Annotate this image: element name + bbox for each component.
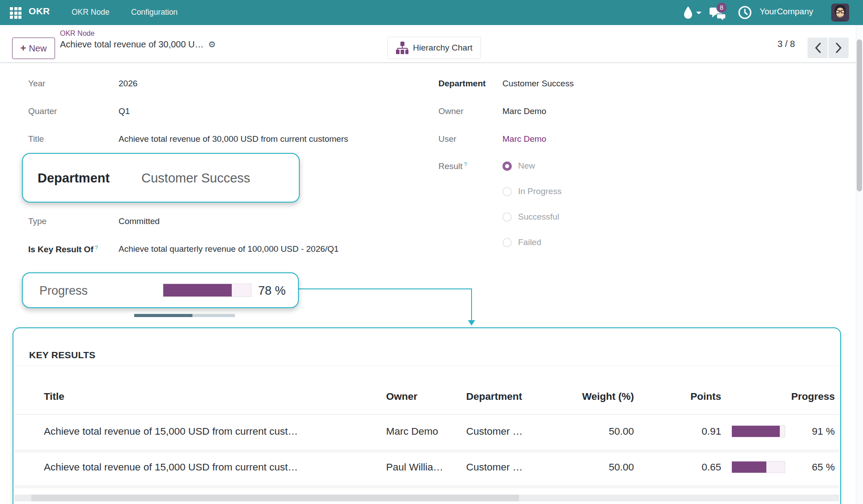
progress-bar-fill [163,284,232,296]
vertical-scrollbar-thumb[interactable] [857,39,862,191]
row-progress-value: 65 % [790,462,835,473]
row-owner: Paul Willia… [386,462,467,473]
sheet-divider [0,63,856,63]
apps-menu-icon[interactable] [10,7,21,19]
user-link[interactable]: Marc Demo [502,134,546,144]
new-button[interactable]: + New [12,38,55,59]
horizontal-scrollbar[interactable] [14,495,839,501]
row-title: Achieve total revenue of 15,000 USD from… [44,462,357,473]
row-department: Customer … [466,426,556,437]
menu-okr-node[interactable]: OKR Node [72,8,110,17]
gear-icon[interactable]: ⚙ [208,39,216,50]
top-navbar: OKR OKR Node Configuration 8 YourCompany [0,0,863,25]
callout-department-value: Customer Success [141,171,250,186]
row-points: 0.65 [650,462,721,473]
progress-highlight-callout: Progress 78 % [22,272,299,308]
result-option-new[interactable]: New [502,161,535,171]
result-option-in-progress[interactable]: In Progress [502,186,561,196]
radio-unselected-icon[interactable] [502,238,512,247]
horizontal-scrollbar-thumb[interactable] [31,495,519,501]
help-icon: ? [464,161,467,168]
row-weight: 50.00 [562,462,634,473]
row-weight: 50.00 [562,426,634,437]
column-header-progress[interactable]: Progress [745,391,835,402]
hierarchy-chart-button[interactable]: Hierarchy Chart [387,37,481,59]
company-switcher[interactable]: YourCompany [760,7,813,17]
pager-count: 3 / 8 [778,39,795,49]
row-separator [14,449,839,453]
plus-icon: + [21,42,26,54]
key-result-of-value[interactable]: Achieve total quarterly revenue of 100,0… [119,244,339,254]
column-header-points[interactable]: Points [650,391,721,402]
radio-unselected-icon[interactable] [502,187,512,196]
title-label: Title [28,134,44,144]
year-value[interactable]: 2026 [119,79,137,89]
chevron-down-icon[interactable] [696,12,701,14]
breadcrumb[interactable]: OKR Node [60,30,94,38]
column-header-title[interactable]: Title [44,391,357,402]
user-label: User [438,134,456,144]
messages-badge: 8 [716,2,727,13]
connector-line-vertical [471,288,472,321]
department-highlight-callout: Department Customer Success [22,153,300,203]
column-header-owner[interactable]: Owner [386,391,467,402]
owner-value[interactable]: Marc Demo [502,106,546,116]
department-label: Department [438,79,486,89]
result-label: Result? [438,161,467,171]
row-points: 0.91 [650,426,721,437]
pager-next-button[interactable] [829,38,849,58]
title-value[interactable]: Achieve total revenue of 30,000 USD from… [119,134,348,144]
callout-department-label: Department [38,171,110,186]
page-title: Achieve total revenue of 30,000 U… [60,39,204,50]
key-results-section: KEY RESULTS Title Owner Department Weigh… [13,327,841,504]
type-label: Type [28,216,47,226]
result-option-failed[interactable]: Failed [502,237,541,247]
quarter-label: Quarter [28,106,57,116]
divider [14,414,839,415]
result-option-successful[interactable]: Successful [502,212,559,222]
column-header-weight[interactable]: Weight (%) [562,391,634,402]
app-name[interactable]: OKR [29,6,50,17]
radio-unselected-icon[interactable] [502,212,512,222]
droplet-icon[interactable] [683,6,693,19]
help-icon: ? [95,244,98,251]
hidden-progress-fragment [134,314,235,317]
pager-previous-button[interactable] [808,38,828,58]
row-progress-bar [731,425,785,437]
department-value[interactable]: Customer Success [502,79,574,89]
callout-progress-value: 78 % [258,284,286,298]
type-value[interactable]: Committed [119,216,160,226]
connector-line-horizontal [299,288,472,289]
owner-label: Owner [438,106,463,116]
radio-selected-icon[interactable] [502,161,512,171]
quarter-value[interactable]: Q1 [119,106,130,116]
column-header-department[interactable]: Department [466,391,556,402]
progress-bar [163,284,251,297]
hierarchy-icon [396,41,408,55]
divider [14,366,839,366]
year-label: Year [28,79,45,89]
key-results-heading: KEY RESULTS [29,350,95,360]
row-progress-bar [731,461,785,473]
row-title: Achieve total revenue of 15,000 USD from… [44,426,357,437]
row-owner: Marc Demo [386,426,467,437]
control-panel: + New OKR Node Achieve total revenue of … [0,25,863,63]
callout-progress-label: Progress [39,284,88,298]
menu-configuration[interactable]: Configuration [131,8,178,17]
activity-clock-icon[interactable] [738,6,752,19]
arrow-down-icon [468,320,475,326]
user-avatar[interactable] [831,4,849,21]
row-separator [14,485,839,488]
key-result-of-label: Is Key Result Of? [28,244,98,254]
row-department: Customer … [466,462,556,473]
row-progress-value: 91 % [790,426,835,437]
